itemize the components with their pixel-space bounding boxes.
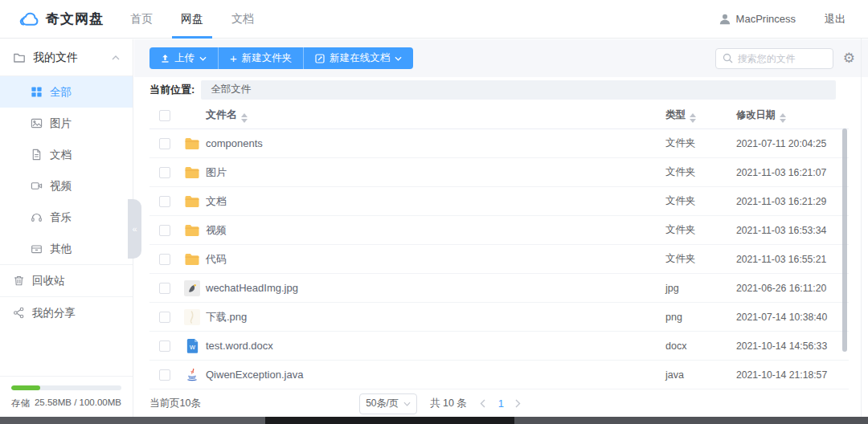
nav-tab-1[interactable]: 网盘 (172, 0, 212, 39)
table-row[interactable]: 下载.png png 2021-07-14 10:38:40 (149, 303, 849, 332)
file-name[interactable]: test.word.docx (206, 340, 656, 352)
table-row[interactable]: 代码 文件夹 2021-11-03 16:55:21 (149, 245, 849, 274)
caret-down-icon (403, 402, 411, 406)
new-doc-icon (315, 54, 325, 63)
file-name[interactable]: QiwenException.java (206, 369, 656, 381)
new-folder-label: 新建文件夹 (242, 51, 293, 65)
nav-tab-0[interactable]: 首页 (121, 0, 162, 39)
action-button-group: 上传 + 新建文件夹 新建在线文档 (149, 47, 413, 69)
sidebar-my-files-header[interactable]: 我的文件 (0, 39, 133, 76)
sidebar-item-4[interactable]: 音乐 (0, 202, 133, 233)
png-thumb-icon (178, 309, 206, 325)
nav-tab-label: 首页 (130, 12, 153, 25)
java-icon (178, 367, 206, 383)
breadcrumb-path: 全部文件 (201, 80, 836, 100)
sort-icon[interactable] (241, 113, 248, 123)
column-header-type[interactable]: 类型 (656, 108, 736, 123)
sidebar-item-recycle[interactable]: 回收站 (0, 264, 133, 296)
next-page-button[interactable] (515, 399, 521, 408)
sidebar-item-5[interactable]: 其他 (0, 233, 133, 264)
row-checkbox[interactable] (159, 312, 170, 323)
select-all-checkbox[interactable] (159, 110, 170, 121)
sidebar-item-1[interactable]: 图片 (0, 108, 133, 139)
table-row[interactable]: 视频 文件夹 2021-11-03 16:53:34 (149, 216, 849, 245)
file-type: docx (656, 340, 736, 352)
file-modified: 2021-06-26 16:11:20 (736, 283, 849, 294)
storage-bar-track (11, 385, 121, 390)
app-title: 奇文网盘 (46, 10, 104, 28)
file-modified: 2021-11-03 16:53:34 (736, 225, 849, 236)
gear-icon[interactable]: ⚙ (843, 51, 855, 65)
search-box (715, 48, 833, 69)
sidebar-item-2[interactable]: 文档 (0, 139, 133, 170)
logout-link[interactable]: 退出 (825, 12, 845, 26)
row-checkbox[interactable] (159, 340, 170, 352)
folder-icon (178, 252, 206, 267)
storage-label: 存储 (11, 398, 30, 410)
file-type: java (656, 369, 736, 381)
file-type: 文件夹 (656, 137, 736, 150)
file-name[interactable]: 文档 (206, 194, 656, 209)
table-row[interactable]: w test.word.docx docx 2021-10-14 14:56:3… (149, 332, 849, 361)
sort-icon[interactable] (780, 113, 786, 123)
storage-panel: 存储 25.58MB / 100.00MB (0, 376, 133, 417)
file-type: jpg (656, 283, 736, 294)
sort-icon[interactable] (690, 113, 696, 123)
new-folder-button[interactable]: + 新建文件夹 (218, 47, 303, 69)
table-row[interactable]: QiwenException.java java 2021-10-14 21:1… (149, 361, 849, 389)
column-header-name[interactable]: 文件名 (206, 108, 656, 123)
username[interactable]: MacPrincess (736, 13, 796, 25)
column-header-modified[interactable]: 修改日期 (736, 108, 849, 123)
sidebar: 我的文件 全部 图片 文档 视频 音乐 其他 回收站 (0, 39, 133, 417)
table-row[interactable]: components 文件夹 2021-07-11 20:04:25 (149, 129, 849, 158)
folder-icon (178, 165, 206, 180)
file-type: 文件夹 (656, 252, 736, 266)
file-name[interactable]: 下载.png (206, 310, 656, 324)
file-name[interactable]: wechatHeadImg.jpg (206, 282, 656, 294)
folder-outline-icon (13, 51, 26, 64)
table-row[interactable]: 文档 文件夹 2021-11-03 16:21:29 (149, 187, 849, 216)
cloud-logo-icon (19, 11, 40, 26)
new-doc-label: 新建在线文档 (330, 51, 390, 65)
sidebar-recycle-label: 回收站 (32, 274, 65, 288)
caret-down-icon (395, 56, 402, 61)
sidebar-item-3[interactable]: 视频 (0, 170, 133, 202)
sidebar-item-my-shares[interactable]: 我的分享 (0, 296, 133, 328)
chevron-up-icon[interactable] (112, 55, 120, 60)
video-icon (31, 180, 43, 192)
row-checkbox[interactable] (159, 167, 170, 178)
file-type: 文件夹 (656, 165, 736, 179)
nav-tab-2[interactable]: 文档 (223, 0, 263, 39)
word-icon: w (178, 338, 206, 354)
file-modified: 2021-11-03 16:21:29 (736, 196, 849, 207)
prev-page-button[interactable] (480, 399, 485, 408)
table-row[interactable]: wechatHeadImg.jpg jpg 2021-06-26 16:11:2… (149, 274, 849, 303)
file-modified: 2021-07-11 20:04:25 (736, 138, 849, 149)
page-number[interactable]: 1 (498, 398, 504, 410)
file-name[interactable]: components (206, 137, 656, 149)
row-checkbox[interactable] (159, 196, 170, 207)
image-icon (31, 117, 43, 129)
table-scrollbar[interactable] (842, 128, 847, 352)
page-size-select[interactable]: 50条/页 (359, 393, 417, 414)
file-name[interactable]: 代码 (206, 252, 656, 267)
file-type: 文件夹 (656, 223, 736, 237)
nav-tab-label: 网盘 (181, 12, 203, 25)
row-checkbox[interactable] (159, 254, 170, 265)
trash-icon (13, 275, 25, 287)
row-checkbox[interactable] (159, 283, 170, 294)
new-online-doc-button[interactable]: 新建在线文档 (303, 47, 413, 69)
search-input[interactable] (738, 53, 826, 64)
row-checkbox[interactable] (159, 138, 170, 149)
table-row[interactable]: 图片 文件夹 2021-11-03 16:21:07 (149, 158, 849, 187)
file-name[interactable]: 图片 (206, 165, 656, 180)
app-logo: 奇文网盘 (19, 10, 104, 28)
sidebar-item-0[interactable]: 全部 (0, 76, 133, 108)
storage-bar-fill (11, 385, 40, 390)
sidebar-collapse-handle[interactable]: « (128, 199, 141, 259)
row-checkbox[interactable] (159, 225, 170, 236)
file-name[interactable]: 视频 (206, 223, 656, 238)
pagination-bar: 当前页10条 50条/页 共 10 条 1 (134, 390, 868, 417)
upload-button[interactable]: 上传 (149, 47, 218, 69)
row-checkbox[interactable] (159, 369, 170, 381)
